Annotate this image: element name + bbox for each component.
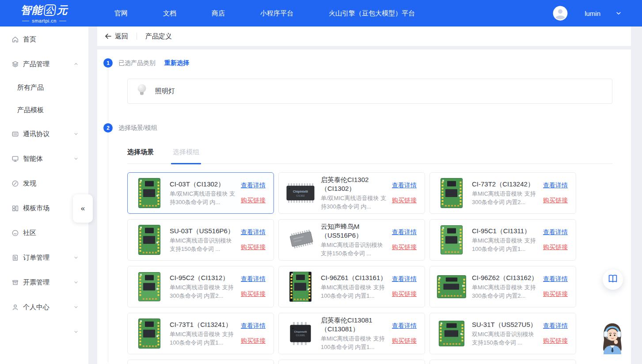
view-detail-link[interactable]: 查看详情 — [241, 275, 266, 283]
sidebar-item[interactable] — [0, 319, 88, 344]
view-detail-link[interactable]: 查看详情 — [241, 228, 266, 236]
sidebar-item-label: 个人中心 — [23, 303, 49, 311]
sidebar-item-智能体[interactable]: 智能体 — [0, 146, 88, 171]
sidebar-item-首页[interactable]: 首页 — [0, 27, 88, 52]
buy-link[interactable]: 购买链接 — [241, 337, 266, 345]
nav-item[interactable]: 文档 — [163, 9, 176, 18]
sidebar-item-开票管理[interactable]: 开票管理 — [0, 270, 88, 295]
pcb-portrait-image — [135, 317, 164, 350]
module-card[interactable]: CI-03T（CI1302） 单/双MIC离线语音模块 支持300条命令词 内.… — [127, 172, 274, 214]
buy-link[interactable]: 购买链接 — [543, 337, 568, 345]
nav-item[interactable]: 官网 — [114, 9, 128, 18]
blank-icon — [11, 328, 19, 336]
module-info: CI-03T（CI1302） 单/双MIC离线语音模块 支持300条命令词 内.… — [164, 180, 241, 206]
nav-item[interactable]: 小程序平台 — [260, 9, 293, 18]
reselect-link[interactable]: 重新选择 — [164, 59, 189, 67]
sidebar-item-label: 智能体 — [23, 155, 43, 163]
view-detail-link[interactable]: 查看详情 — [392, 228, 417, 236]
app-logo[interactable]: 智能公元 smartpi.cn — [0, 3, 88, 23]
buy-link[interactable]: 购买链接 — [392, 197, 417, 205]
sidebar-item-订单管理[interactable]: 订单管理 — [0, 245, 88, 270]
chevron-down-icon[interactable] — [615, 10, 622, 16]
logo-part1: 智能 — [21, 3, 43, 17]
buy-link[interactable]: 购买链接 — [392, 290, 417, 298]
module-card[interactable]: CI-96Z62（CI13162） 单MIC离线语音模块 支持300条命令词 内… — [429, 266, 576, 307]
user-name[interactable]: lumin — [585, 10, 600, 17]
user-menu[interactable]: lumin — [553, 6, 622, 21]
svg-text:Chipintelli: Chipintelli — [294, 330, 307, 333]
module-card[interactable]: CI-95C1（CI1311） 单MIC离线语音模块 支持100条命令词 内置1… — [429, 219, 576, 261]
module-info: CI-96Z61（CI13161） 单MIC离线语音模块 支持100条命令词 内… — [315, 273, 392, 300]
logo-part2: 元 — [57, 3, 68, 17]
buy-link[interactable]: 购买链接 — [392, 243, 417, 251]
module-desc: 单/双MIC离线语音模块 支持300条命令词 内... — [321, 194, 389, 211]
module-card[interactable]: SU-03T（US516P6） 单MIC离线语音识别模块 支持150条命令词 .… — [127, 219, 274, 261]
nav-item[interactable]: 火山引擎（豆包大模型）平台 — [329, 9, 415, 18]
module-card-partial[interactable] — [429, 360, 576, 364]
view-detail-link[interactable]: 查看详情 — [543, 322, 568, 330]
module-desc: 单MIC离线语音模块 支持100条命令词 内置1... — [170, 330, 238, 347]
module-card[interactable]: CI-96Z61（CI13161） 单MIC离线语音模块 支持100条命令词 内… — [278, 266, 425, 307]
module-links: 查看详情 购买链接 — [392, 182, 419, 205]
step2-header: 2 选择场景/模组 — [103, 123, 157, 133]
sidebar-item-label: 社区 — [23, 229, 36, 237]
sidebar-item-通讯协议[interactable]: 通讯协议 — [0, 121, 88, 146]
sidebar-item-社区[interactable]: 社区 — [0, 220, 88, 245]
view-detail-link[interactable]: 查看详情 — [241, 182, 266, 190]
arrow-left-icon — [105, 33, 112, 39]
sidebar-subitem-产品模板[interactable]: 产品模板 — [0, 99, 88, 121]
tab-select-module[interactable]: 选择模组 — [173, 148, 199, 156]
user-avatar-icon[interactable] — [553, 6, 568, 21]
buy-link[interactable]: 购买链接 — [241, 290, 266, 298]
module-card[interactable]: SU-31T（US527U5） 双MIC离线语音识别模块 支持150条命令词 .… — [429, 313, 576, 354]
invoice-icon — [11, 279, 19, 286]
module-card-partial[interactable] — [127, 360, 274, 364]
logo-subtitle: smartpi.cn — [22, 18, 66, 23]
module-info: CI-73T2（CI13242） 单MIC离线语音模块 支持300条命令词 内置… — [466, 180, 543, 206]
module-card[interactable]: Chipintelli CI13081 启英泰伦CI13081（CI13081）… — [278, 313, 425, 354]
buy-link[interactable]: 购买链接 — [241, 197, 266, 205]
module-card[interactable]: CI-95C2（CI1312） 单MIC离线语音模块 支持300条命令词 内置2… — [127, 266, 274, 307]
home-icon — [11, 36, 19, 43]
pcb-portrait-image — [135, 224, 164, 256]
sidebar-collapse-button[interactable]: « — [73, 194, 93, 223]
module-desc: 单MIC离线语音识别模块 支持150条命令词 ... — [170, 237, 238, 253]
module-desc: 单/双MIC离线语音模块 支持300条命令词 内... — [170, 190, 238, 206]
view-detail-link[interactable]: 查看详情 — [392, 275, 417, 283]
module-grid: CI-03T（CI1302） 单/双MIC离线语音模块 支持300条命令词 内.… — [127, 172, 576, 364]
view-detail-link[interactable]: 查看详情 — [392, 182, 417, 190]
svg-text:Chipintelli: Chipintelli — [293, 190, 308, 193]
chevron-down-icon — [73, 329, 79, 334]
sidebar-item-产品管理[interactable]: 产品管理 — [0, 52, 88, 76]
sidebar-item-个人中心[interactable]: 个人中心 — [0, 295, 88, 319]
view-detail-link[interactable]: 查看详情 — [543, 182, 568, 190]
view-detail-link[interactable]: 查看详情 — [392, 322, 417, 330]
view-detail-link[interactable]: 查看详情 — [241, 322, 266, 330]
buy-link[interactable]: 购买链接 — [543, 243, 568, 251]
module-card[interactable]: 云知声蜂鸟M（US516P6） 单MIC离线语音识别模块 支持150条命令词 .… — [278, 219, 425, 261]
buy-link[interactable]: 购买链接 — [241, 243, 266, 251]
module-links: 查看详情 购买链接 — [543, 182, 570, 205]
view-detail-link[interactable]: 查看详情 — [543, 275, 568, 283]
buy-link[interactable]: 购买链接 — [543, 290, 568, 298]
view-detail-link[interactable]: 查看详情 — [543, 228, 568, 236]
nav-item[interactable]: 商店 — [212, 9, 225, 18]
assistant-avatar[interactable] — [598, 322, 627, 354]
module-card-partial[interactable] — [278, 360, 425, 364]
pcb-portrait-image — [135, 177, 164, 209]
buy-link[interactable]: 购买链接 — [543, 197, 568, 205]
sidebar-subitem-所有产品[interactable]: 所有产品 — [0, 76, 88, 99]
top-nav: 官网文档商店小程序平台火山引擎（豆包大模型）平台 — [114, 9, 415, 18]
tab-select-scene[interactable]: 选择场景 — [127, 148, 154, 156]
module-card[interactable]: CI-73T2（CI13242） 单MIC离线语音模块 支持300条命令词 内置… — [429, 172, 576, 214]
buy-link[interactable]: 购买链接 — [392, 337, 417, 345]
chevron-up-icon — [73, 61, 79, 67]
step2-label: 选择场景/模组 — [118, 124, 157, 132]
module-info: 启英泰伦CI1302（CI1302） 单/双MIC离线语音模块 支持300条命令… — [315, 175, 392, 211]
sidebar-item-发现[interactable]: 发现 — [0, 171, 88, 196]
module-card[interactable]: Chipintelli CI1302 启英泰伦CI1302（CI1302） 单/… — [278, 172, 425, 214]
chip-black-wide-image: Chipintelli CI1302 — [286, 177, 315, 209]
module-card[interactable]: CI-73T1（CI13241） 单MIC离线语音模块 支持100条命令词 内置… — [127, 313, 274, 354]
docs-fab-button[interactable] — [603, 269, 623, 290]
back-button[interactable]: 返回 — [105, 32, 128, 41]
